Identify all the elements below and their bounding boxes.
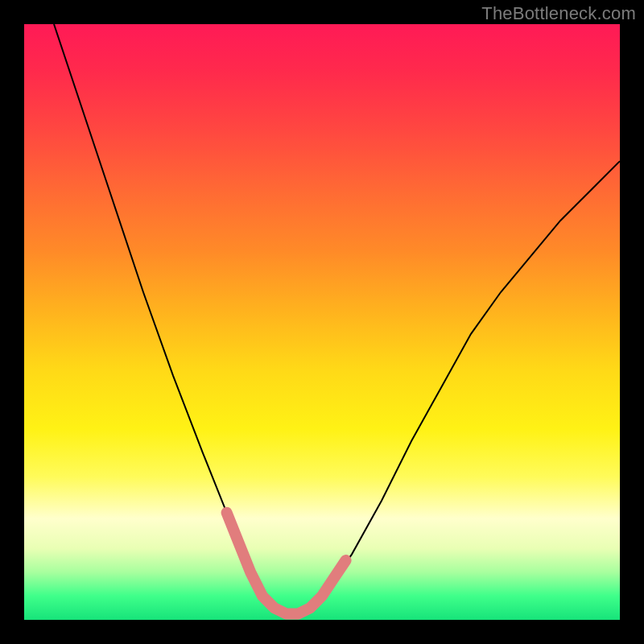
curve-svg (24, 24, 620, 620)
chart-frame: TheBottleneck.com (0, 0, 644, 644)
bottleneck-curve (54, 24, 620, 614)
valley-highlight (227, 513, 346, 614)
watermark-text: TheBottleneck.com (481, 3, 636, 24)
plot-area (24, 24, 620, 620)
